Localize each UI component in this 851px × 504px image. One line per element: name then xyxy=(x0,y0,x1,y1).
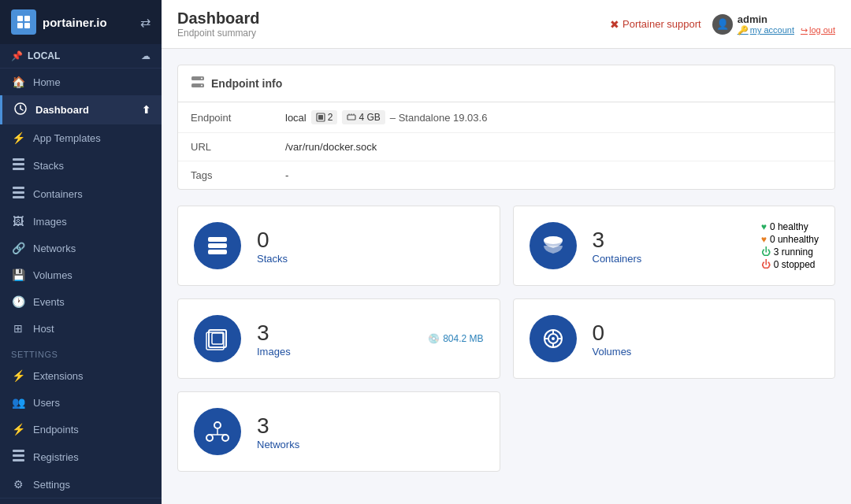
my-account-link[interactable]: 🔑 my account xyxy=(738,25,794,35)
svg-rect-13 xyxy=(13,459,24,461)
sidebar-item-users[interactable]: 👥 Users xyxy=(0,389,162,416)
sidebar-item-registries-label: Registries xyxy=(33,451,79,463)
page-title: Dashboard xyxy=(177,9,259,28)
stats-grid: 0 Stacks 3 Containers xyxy=(177,206,835,472)
networks-icon-circle xyxy=(194,408,241,455)
sidebar-item-dashboard[interactable]: Dashboard ⬆ xyxy=(0,95,162,124)
stopped-icon: ⏻ xyxy=(761,259,771,270)
sidebar-env: 📌 LOCAL ☁ xyxy=(0,44,162,69)
healthy-heart-icon: ♥ xyxy=(761,221,767,232)
volumes-stat-card[interactable]: 0 Volumes xyxy=(513,298,836,379)
topbar-right: ✖ Portainer support 👤 admin 🔑 my account… xyxy=(610,13,835,35)
logo-text: portainer.io xyxy=(43,16,107,29)
account-icon: 🔑 xyxy=(738,25,749,35)
endpoint-value: local 2 4 GB – Standalone 19.03.6 xyxy=(273,102,834,133)
healthy-line: ♥ 0 healthy xyxy=(761,221,819,232)
sidebar-item-extensions-label: Extensions xyxy=(33,370,84,382)
svg-rect-33 xyxy=(212,333,223,344)
stopped-line: ⏻ 0 stopped xyxy=(761,259,819,270)
sidebar-item-volumes[interactable]: 💾 Volumes xyxy=(0,261,162,288)
settings-section-label: SETTINGS xyxy=(0,342,162,362)
svg-rect-11 xyxy=(13,450,24,452)
networks-stat-card[interactable]: 3 Networks xyxy=(177,391,500,472)
containers-label: Containers xyxy=(593,253,642,265)
images-number: 3 xyxy=(257,321,291,346)
sidebar: portainer.io ⇄ 📌 LOCAL ☁ 🏠 Home Dashboar… xyxy=(0,0,162,504)
unhealthy-count: 0 unhealthy xyxy=(770,234,819,245)
healthy-count: 0 healthy xyxy=(770,221,808,232)
svg-rect-28 xyxy=(208,237,227,242)
sidebar-item-containers[interactable]: Containers xyxy=(0,180,162,208)
containers-extra: ♥ 0 healthy ♥ 0 unhealthy ⏻ 3 running ⏻ … xyxy=(761,220,819,272)
svg-point-37 xyxy=(552,337,555,340)
server-icon xyxy=(191,75,205,92)
pin-icon: 📌 xyxy=(11,50,23,61)
networks-label: Networks xyxy=(257,439,299,450)
svg-rect-24 xyxy=(347,115,355,120)
images-stat-card[interactable]: 3 Images 💿 804.2 MB xyxy=(177,298,500,379)
tags-label: Tags xyxy=(178,161,273,190)
admin-links: 🔑 my account ↪ log out xyxy=(738,25,835,35)
registries-icon xyxy=(11,450,25,464)
users-icon: 👥 xyxy=(11,396,25,409)
sidebar-item-registries[interactable]: Registries xyxy=(0,443,162,471)
svg-point-44 xyxy=(222,435,229,441)
portainer-support-link[interactable]: ✖ Portainer support xyxy=(610,18,701,31)
endpoint-table: Endpoint local 2 4 GB xyxy=(178,102,834,189)
containers-stat-card[interactable]: 3 Containers ♥ 0 healthy ♥ 0 unhealthy ⏻… xyxy=(513,206,836,286)
sidebar-item-app-templates[interactable]: ⚡ App Templates xyxy=(0,124,162,151)
endpoint-badge: local 2 4 GB – Standalone 19.03.6 xyxy=(285,110,487,124)
svg-point-20 xyxy=(201,78,203,80)
url-value: /var/run/docker.sock xyxy=(273,133,834,161)
svg-rect-30 xyxy=(208,250,227,254)
cpu-badge: 2 xyxy=(311,110,338,124)
logo-icon xyxy=(11,9,36,35)
sidebar-item-volumes-label: Volumes xyxy=(33,269,72,281)
log-out-link[interactable]: ↪ log out xyxy=(801,25,835,35)
sidebar-item-stacks-label: Stacks xyxy=(33,160,64,172)
sidebar-item-networks-label: Networks xyxy=(33,243,76,254)
support-label: Portainer support xyxy=(622,18,701,30)
sidebar-item-events[interactable]: 🕐 Events xyxy=(0,288,162,315)
stacks-stat-card[interactable]: 0 Stacks xyxy=(177,206,500,286)
sidebar-item-networks[interactable]: 🔗 Networks xyxy=(0,235,162,261)
admin-info: admin 🔑 my account ↪ log out xyxy=(738,13,835,35)
svg-rect-12 xyxy=(13,454,24,457)
svg-rect-10 xyxy=(13,196,24,198)
containers-nav-icon xyxy=(11,187,25,201)
cloud-icon: ☁ xyxy=(141,50,151,61)
content-area: Endpoint info Endpoint local 2 xyxy=(162,49,851,504)
dashboard-upload-icon: ⬆ xyxy=(142,104,151,116)
events-nav-icon: 🕐 xyxy=(11,295,25,308)
sidebar-item-settings[interactable]: ⚙ Settings xyxy=(0,471,162,498)
svg-rect-29 xyxy=(208,243,227,248)
running-icon: ⏻ xyxy=(761,246,771,258)
svg-rect-6 xyxy=(13,163,24,165)
sidebar-item-stacks[interactable]: Stacks xyxy=(0,151,162,180)
images-nav-icon: 🖼 xyxy=(11,215,25,228)
endpoint-info-header: Endpoint info xyxy=(178,65,834,102)
sidebar-item-host-label: Host xyxy=(33,323,54,335)
sidebar-item-endpoints[interactable]: ⚡ Endpoints xyxy=(0,416,162,443)
stopped-count: 0 stopped xyxy=(774,259,816,270)
endpoint-row-tags: Tags - xyxy=(178,161,834,190)
volumes-nav-icon: 💾 xyxy=(11,269,25,281)
volumes-icon-circle xyxy=(530,315,577,362)
env-label: LOCAL xyxy=(28,50,60,61)
sidebar-item-extensions[interactable]: ⚡ Extensions xyxy=(0,362,162,389)
svg-point-42 xyxy=(214,422,221,428)
extensions-icon: ⚡ xyxy=(11,369,25,382)
containers-number: 3 xyxy=(593,228,642,253)
svg-rect-3 xyxy=(24,23,30,28)
svg-rect-5 xyxy=(13,158,24,161)
sidebar-item-users-label: Users xyxy=(33,397,60,409)
sidebar-item-events-label: Events xyxy=(33,296,65,308)
sidebar-item-home[interactable]: 🏠 Home xyxy=(0,69,162,95)
sidebar-item-host[interactable]: ⊞ Host xyxy=(0,315,162,342)
disk-icon: 💿 xyxy=(428,333,440,344)
sidebar-item-images[interactable]: 🖼 Images xyxy=(0,208,162,235)
svg-point-21 xyxy=(201,85,203,87)
page-subtitle: Endpoint summary xyxy=(177,28,259,39)
unhealthy-heart-icon: ♥ xyxy=(761,234,767,245)
networks-info: 3 Networks xyxy=(257,413,299,450)
